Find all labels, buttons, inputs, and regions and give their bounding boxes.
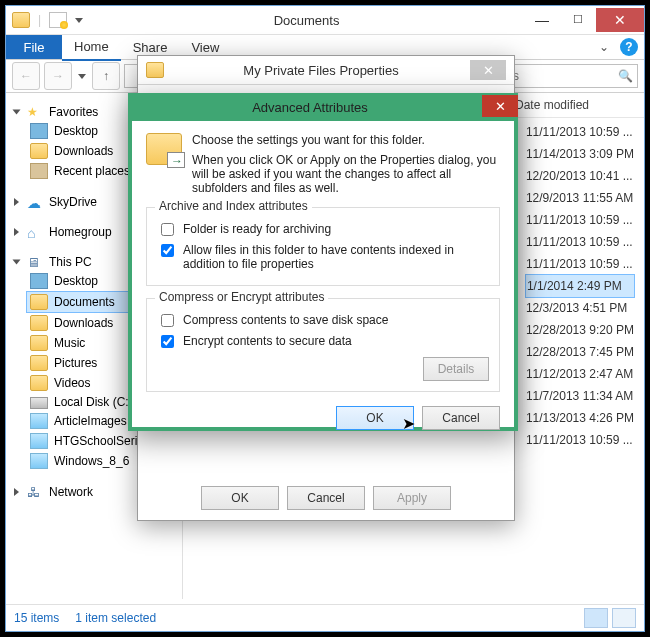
- advanced-cancel-button[interactable]: Cancel: [422, 406, 500, 430]
- advanced-attributes-dialog: Advanced Attributes ✕ Choose the setting…: [128, 93, 518, 431]
- search-box[interactable]: nts 🔍: [498, 64, 638, 88]
- chevron-right-icon: [14, 198, 19, 206]
- desktop-icon: [30, 273, 48, 289]
- date-cell: 12/20/2013 10:41 ...: [526, 165, 634, 187]
- compress-encrypt-group: Compress or Encrypt attributes Compress …: [146, 298, 500, 392]
- date-cell: 1/1/2014 2:49 PM: [525, 274, 635, 298]
- date-cell: 12/28/2013 9:20 PM: [526, 319, 634, 341]
- new-folder-icon[interactable]: [49, 12, 67, 28]
- folder-icon: [146, 62, 164, 78]
- archive-index-group: Archive and Index attributes Folder is r…: [146, 207, 500, 286]
- folder-icon: [12, 12, 30, 28]
- folder-icon: [30, 335, 48, 351]
- status-selected: 1 item selected: [75, 611, 156, 625]
- up-button[interactable]: ↑: [92, 62, 120, 90]
- advanced-intro2: When you click OK or Apply on the Proper…: [192, 153, 500, 195]
- homegroup-icon: ⌂: [27, 225, 43, 239]
- details-button[interactable]: Details: [423, 357, 489, 381]
- view-details-button[interactable]: [584, 608, 608, 628]
- advanced-title: Advanced Attributes: [138, 100, 482, 115]
- pc-icon: 🖥: [27, 255, 43, 269]
- back-button[interactable]: ←: [12, 62, 40, 90]
- properties-cancel-button[interactable]: Cancel: [287, 486, 365, 510]
- date-cell: 12/28/2013 7:45 PM: [526, 341, 634, 363]
- explorer-window: | Documents — ☐ ✕ File Home Share View ⌄…: [5, 5, 645, 632]
- desktop-icon: [30, 123, 48, 139]
- network-icon: 🖧: [27, 485, 43, 499]
- properties-title: My Private Files Properties: [172, 63, 470, 78]
- folder-icon: [30, 315, 48, 331]
- date-cell: 11/12/2013 2:47 AM: [526, 363, 634, 385]
- window-title: Documents: [89, 13, 524, 28]
- archive-index-legend: Archive and Index attributes: [155, 199, 312, 213]
- share-icon: [30, 413, 48, 429]
- date-cell: 11/7/2013 11:34 AM: [526, 385, 634, 407]
- date-column-values: 11/11/2013 10:59 ...11/14/2013 3:09 PM12…: [526, 121, 634, 451]
- forward-button[interactable]: →: [44, 62, 72, 90]
- date-cell: 11/11/2013 10:59 ...: [526, 253, 634, 275]
- cloud-icon: ☁: [27, 195, 43, 209]
- cb-compress[interactable]: Compress contents to save disk space: [157, 313, 489, 330]
- properties-ok-button[interactable]: OK: [201, 486, 279, 510]
- titlebar: | Documents — ☐ ✕: [6, 6, 644, 35]
- search-icon: 🔍: [618, 69, 633, 83]
- column-date[interactable]: Date modified: [509, 98, 644, 112]
- cb-index-input[interactable]: [161, 244, 174, 257]
- close-button[interactable]: ✕: [596, 8, 644, 32]
- share-icon: [30, 453, 48, 469]
- maximize-button[interactable]: ☐: [560, 8, 596, 32]
- recent-icon: [30, 163, 48, 179]
- chevron-down-icon: [13, 110, 21, 115]
- folder-icon: [30, 355, 48, 371]
- compress-encrypt-legend: Compress or Encrypt attributes: [155, 290, 328, 304]
- advanced-intro1: Choose the settings you want for this fo…: [192, 133, 500, 147]
- date-cell: 12/9/2013 11:55 AM: [526, 187, 634, 209]
- ribbon-expand-icon[interactable]: ⌄: [594, 40, 614, 54]
- advanced-close-button[interactable]: ✕: [482, 95, 518, 117]
- properties-close-button[interactable]: ✕: [470, 60, 506, 80]
- cb-encrypt-input[interactable]: [161, 335, 174, 348]
- chevron-right-icon: [14, 488, 19, 496]
- date-cell: 11/11/2013 10:59 ...: [526, 429, 634, 451]
- properties-apply-button[interactable]: Apply: [373, 486, 451, 510]
- cb-encrypt[interactable]: Encrypt contents to secure data: [157, 334, 489, 351]
- view-icons-button[interactable]: [612, 608, 636, 628]
- chevron-down-icon: [13, 260, 21, 265]
- folder-icon: [30, 375, 48, 391]
- date-cell: 12/3/2013 4:51 PM: [526, 297, 634, 319]
- date-cell: 11/11/2013 10:59 ...: [526, 209, 634, 231]
- tab-home[interactable]: Home: [62, 35, 121, 61]
- help-icon[interactable]: ?: [620, 38, 638, 56]
- folder-icon: [30, 143, 48, 159]
- date-cell: 11/11/2013 10:59 ...: [526, 121, 634, 143]
- tab-file[interactable]: File: [6, 35, 62, 59]
- cb-archive-input[interactable]: [161, 223, 174, 236]
- qat-divider: |: [38, 13, 41, 27]
- date-cell: 11/13/2013 4:26 PM: [526, 407, 634, 429]
- minimize-button[interactable]: —: [524, 8, 560, 32]
- status-count: 15 items: [14, 611, 59, 625]
- date-cell: 11/14/2013 3:09 PM: [526, 143, 634, 165]
- date-cell: 11/11/2013 10:59 ...: [526, 231, 634, 253]
- status-bar: 15 items 1 item selected: [6, 604, 644, 631]
- folder-settings-icon: [146, 133, 182, 165]
- disk-icon: [30, 397, 48, 409]
- cb-index[interactable]: Allow files in this folder to have conte…: [157, 243, 489, 271]
- chevron-right-icon: [14, 228, 19, 236]
- cb-compress-input[interactable]: [161, 314, 174, 327]
- qat-dropdown-icon[interactable]: [75, 18, 83, 23]
- cb-archive[interactable]: Folder is ready for archiving: [157, 222, 489, 239]
- star-icon: ★: [27, 105, 43, 119]
- folder-icon: [30, 294, 48, 310]
- history-dropdown-icon[interactable]: [78, 74, 86, 79]
- share-icon: [30, 433, 48, 449]
- advanced-ok-button[interactable]: OK: [336, 406, 414, 430]
